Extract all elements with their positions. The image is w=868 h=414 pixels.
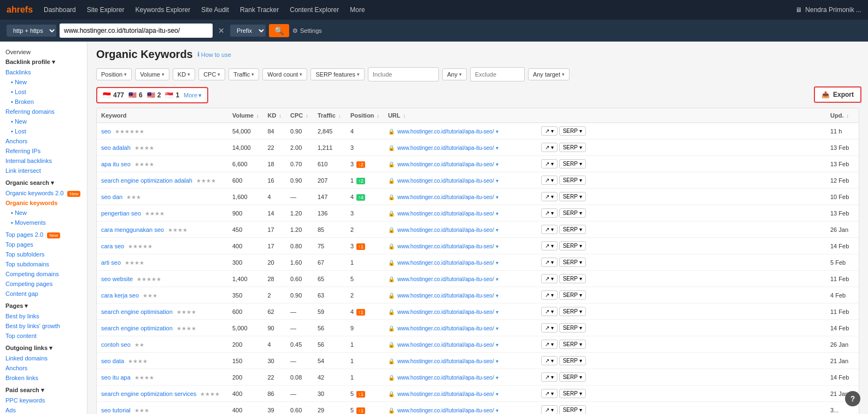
sidebar-backlinks-new[interactable]: • New (0, 77, 87, 87)
col-upd[interactable]: Upd. ↕ (826, 108, 859, 123)
col-position[interactable]: Position ↕ (346, 108, 384, 123)
keyword-link[interactable]: cara kerja seo (101, 292, 139, 299)
chart-button[interactable]: ↗ ▾ (541, 126, 558, 136)
sidebar-best-by-links[interactable]: Best by links (0, 311, 87, 321)
sidebar-organic-keywords-2[interactable]: Organic keywords 2.0 New (0, 188, 87, 198)
nav-site-audit[interactable]: Site Audit (197, 4, 233, 16)
sidebar-top-pages-2[interactable]: Top pages 2.0 New (0, 230, 87, 240)
chart-button[interactable]: ↗ ▾ (541, 405, 558, 414)
protocol-select[interactable]: http + https (7, 25, 56, 37)
serp-button[interactable]: SERP ▾ (559, 225, 586, 234)
url-link[interactable]: www.hostinger.co.id/tutorial/apa-itu-seo… (397, 194, 494, 200)
sidebar-pages[interactable]: Pages ▾ (0, 301, 87, 311)
dropdown-icon[interactable]: ▾ (496, 243, 498, 249)
serp-button[interactable]: SERP ▾ (559, 192, 586, 201)
serp-button[interactable]: SERP ▾ (559, 340, 586, 349)
sidebar-referring-domains-new[interactable]: • New (0, 116, 87, 126)
sidebar-organic-keywords[interactable]: Organic keywords (0, 198, 87, 208)
keyword-link[interactable]: cara menggunakan seo (101, 226, 164, 233)
traffic-filter[interactable]: Traffic ▾ (228, 68, 259, 80)
keyword-link[interactable]: seo (101, 128, 111, 135)
how-to-use-link[interactable]: ℹ How to use (197, 51, 231, 58)
position-filter[interactable]: Position ▾ (96, 68, 132, 80)
serp-button[interactable]: SERP ▾ (559, 389, 586, 398)
url-link[interactable]: www.hostinger.co.id/tutorial/apa-itu-seo… (397, 391, 494, 397)
keyword-link[interactable]: search engine optimisation (101, 308, 173, 315)
chart-button[interactable]: ↗ ▾ (541, 389, 558, 398)
keyword-link[interactable]: cara seo (101, 243, 124, 249)
chart-button[interactable]: ↗ ▾ (541, 290, 558, 300)
keyword-link[interactable]: arti seo (101, 259, 121, 266)
sidebar-referring-domains[interactable]: Referring domains (0, 107, 87, 116)
sidebar-paid-search[interactable]: Paid search ▾ (0, 385, 87, 395)
url-link[interactable]: www.hostinger.co.id/tutorial/apa-itu-seo… (397, 276, 494, 282)
serp-button[interactable]: SERP ▾ (559, 274, 586, 283)
col-cpc[interactable]: CPC ↕ (286, 108, 313, 123)
sidebar-top-subdomains[interactable]: Top subdomains (0, 259, 87, 269)
any-filter[interactable]: Any ▾ (442, 68, 467, 80)
chart-button[interactable]: ↗ ▾ (541, 159, 558, 168)
dropdown-icon[interactable]: ▾ (496, 145, 498, 151)
chart-button[interactable]: ↗ ▾ (541, 258, 558, 267)
dropdown-icon[interactable]: ▾ (496, 260, 498, 266)
flag-tab-id[interactable]: 🇮🇩 477 (103, 91, 124, 99)
keyword-link[interactable]: seo website (101, 276, 133, 282)
kd-filter[interactable]: KD ▾ (173, 68, 195, 80)
url-link[interactable]: www.hostinger.co.id/tutorial/apa-itu-seo… (397, 178, 494, 184)
search-button[interactable]: 🔍 (269, 24, 289, 37)
chart-button[interactable]: ↗ ▾ (541, 208, 558, 218)
sidebar-ppc-keywords[interactable]: PPC keywords (0, 395, 87, 405)
serp-button[interactable]: SERP ▾ (559, 307, 586, 316)
url-link[interactable]: www.hostinger.co.id/tutorial/apa-itu-seo… (397, 243, 494, 249)
serp-button[interactable]: SERP ▾ (559, 372, 586, 382)
keyword-link[interactable]: apa itu seo (101, 161, 131, 167)
keyword-link[interactable]: seo tutorial (101, 407, 131, 413)
nav-more[interactable]: More (345, 4, 369, 16)
serp-features-filter[interactable]: SERP features ▾ (310, 68, 365, 80)
flag-tab-my1[interactable]: 🇲🇾 6 (128, 91, 143, 99)
sidebar-competing-domains[interactable]: Competing domains (0, 269, 87, 279)
sidebar-broken-links[interactable]: Broken links (0, 373, 87, 383)
url-input[interactable] (60, 24, 213, 38)
serp-button[interactable]: SERP ▾ (559, 176, 586, 185)
col-kd[interactable]: KD ↕ (263, 108, 285, 123)
dropdown-icon[interactable]: ▾ (496, 161, 498, 167)
more-flags-link[interactable]: More ▾ (184, 92, 202, 99)
chart-button[interactable]: ↗ ▾ (541, 225, 558, 234)
serp-button[interactable]: SERP ▾ (559, 126, 586, 136)
dropdown-icon[interactable]: ▾ (496, 309, 498, 315)
serp-button[interactable]: SERP ▾ (559, 258, 586, 267)
nav-keywords-explorer[interactable]: Keywords Explorer (131, 4, 195, 16)
nav-rank-tracker[interactable]: Rank Tracker (236, 4, 283, 16)
url-link[interactable]: www.hostinger.co.id/tutorial/apa-itu-seo… (397, 227, 494, 233)
keyword-link[interactable]: seo data (101, 358, 124, 364)
dropdown-icon[interactable]: ▾ (496, 293, 498, 299)
chart-button[interactable]: ↗ ▾ (541, 274, 558, 283)
url-link[interactable]: www.hostinger.co.id/tutorial/apa-itu-seo… (397, 325, 494, 331)
sidebar-referring-domains-lost[interactable]: • Lost (0, 126, 87, 136)
sidebar-anchors-outgoing[interactable]: Anchors (0, 363, 87, 373)
col-volume[interactable]: Volume ↕ (228, 108, 263, 123)
dropdown-icon[interactable]: ▾ (496, 358, 498, 364)
sidebar-outgoing-links[interactable]: Outgoing links ▾ (0, 343, 87, 353)
keyword-link[interactable]: search engine optimization adalah (101, 177, 192, 184)
url-link[interactable]: www.hostinger.co.id/tutorial/apa-itu-seo… (397, 145, 494, 151)
chart-button[interactable]: ↗ ▾ (541, 176, 558, 185)
chart-button[interactable]: ↗ ▾ (541, 323, 558, 333)
url-link[interactable]: www.hostinger.co.id/tutorial/apa-itu-seo… (397, 407, 494, 413)
url-link[interactable]: www.hostinger.co.id/tutorial/apa-itu-seo… (397, 375, 494, 381)
serp-button[interactable]: SERP ▾ (559, 143, 586, 152)
col-keyword[interactable]: Keyword (97, 108, 228, 123)
dropdown-icon[interactable]: ▾ (496, 325, 498, 331)
nav-site-explorer[interactable]: Site Explorer (83, 4, 129, 16)
chart-button[interactable]: ↗ ▾ (541, 192, 558, 201)
keyword-link[interactable]: seo itu apa (101, 374, 131, 381)
col-traffic[interactable]: Traffic ↓ (313, 108, 346, 123)
serp-button[interactable]: SERP ▾ (559, 323, 586, 333)
chart-button[interactable]: ↗ ▾ (541, 241, 558, 250)
keyword-link[interactable]: seo dan (101, 194, 122, 200)
dropdown-icon[interactable]: ▾ (496, 227, 498, 233)
sidebar-ads[interactable]: Ads (0, 405, 87, 414)
chart-button[interactable]: ↗ ▾ (541, 356, 558, 365)
serp-button[interactable]: SERP ▾ (559, 159, 586, 168)
